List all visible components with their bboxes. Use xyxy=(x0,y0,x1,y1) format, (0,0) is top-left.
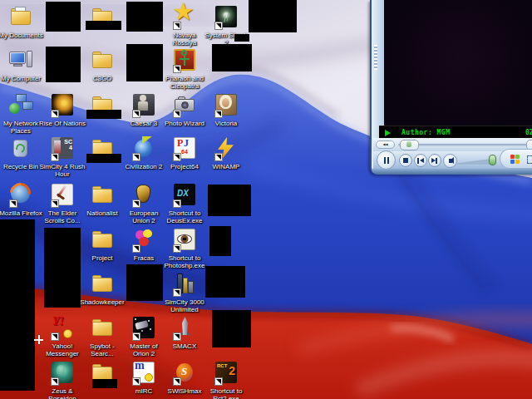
redacted-icon[interactable] xyxy=(0,219,35,391)
playing-indicator-icon xyxy=(385,130,391,136)
rewind-button[interactable]: ◀◀ xyxy=(376,140,395,149)
redacted-icon[interactable] xyxy=(205,266,245,298)
window-resize-grip[interactable] xyxy=(374,45,377,70)
redacted-icon[interactable] xyxy=(208,185,251,216)
previous-button[interactable] xyxy=(414,154,427,167)
redacted-label xyxy=(86,21,121,30)
redacted-label xyxy=(86,154,121,163)
redacted-icon[interactable] xyxy=(126,2,163,32)
volume-knob[interactable] xyxy=(489,155,496,165)
status-text: Author: MGM xyxy=(401,129,450,136)
media-player-window: Author: MGM 02: ◀◀ xyxy=(370,0,532,175)
redacted-icon[interactable] xyxy=(126,44,163,81)
pause-button[interactable] xyxy=(377,150,396,170)
redacted-label xyxy=(86,110,121,119)
redacted-icon[interactable] xyxy=(212,44,252,71)
redacted-icon[interactable] xyxy=(126,264,163,301)
redacted-icon[interactable] xyxy=(209,226,231,256)
redacted-label xyxy=(234,34,249,42)
redacted-icon[interactable] xyxy=(44,228,81,308)
player-quick-access-panel xyxy=(500,149,532,169)
speaker-icon xyxy=(449,159,452,163)
volume-slider[interactable] xyxy=(457,159,490,165)
transport-controls xyxy=(373,151,532,169)
time-display: 02: xyxy=(525,129,532,136)
redacted-icon[interactable] xyxy=(212,310,251,347)
playback-status-bar: Author: MGM 02: xyxy=(379,126,532,139)
redacted-icon[interactable] xyxy=(46,47,81,82)
mouse-cursor xyxy=(34,335,43,344)
desktop: My DocumentsMy ComputerMy Network Places… xyxy=(0,0,532,399)
redacted-label xyxy=(92,379,117,388)
next-button[interactable] xyxy=(428,154,441,167)
seek-thumb[interactable] xyxy=(400,140,419,150)
switch-mode-icon[interactable] xyxy=(527,155,532,164)
window-bottom-edge xyxy=(372,169,532,175)
mute-button[interactable] xyxy=(443,154,457,168)
redacted-icon[interactable] xyxy=(249,0,297,32)
video-display xyxy=(384,0,532,126)
windows-flag-icon[interactable] xyxy=(510,155,520,164)
stop-button[interactable] xyxy=(399,154,412,167)
redacted-icon[interactable] xyxy=(46,2,81,32)
